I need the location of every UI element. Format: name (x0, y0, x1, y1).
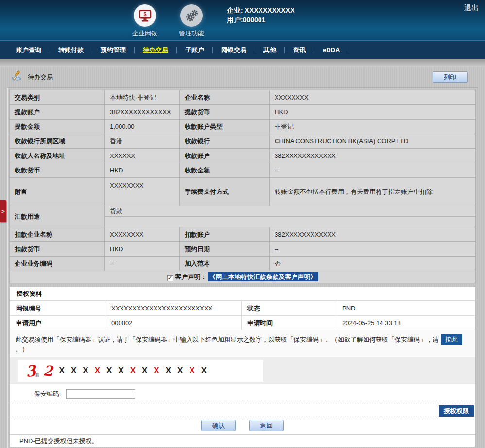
field-value: XXXXXXXXXXXXXXXXXXXXXXXX (105, 301, 242, 316)
field-value: CHINA CONSTRUCTION BK(ASIA) CORP LTD (270, 134, 476, 149)
print-button[interactable]: 列印 (433, 71, 468, 83)
field-value: 000002 (105, 316, 242, 330)
field-value: 否 (270, 257, 476, 271)
nav-item-4[interactable]: 待办交易 (135, 47, 177, 53)
declaration-checkbox[interactable]: ✓ (167, 275, 173, 281)
nav-item-5[interactable]: 子账户 (177, 47, 213, 53)
remittance-purpose-line2 (105, 217, 475, 227)
code-char-x: X (201, 366, 207, 376)
chevron-right-icon: > (1, 208, 4, 214)
click-here-button[interactable]: 按此 (441, 334, 462, 345)
field-value: HKD (270, 105, 476, 120)
code-char-x: X (118, 366, 123, 376)
field-value: 1,000.00 (105, 120, 180, 134)
remittance-purpose-line1: 货款 (105, 206, 475, 217)
rights-row: 授权权限 (10, 404, 475, 416)
security-code-strip: 382XXXXXXXXXXXXX (10, 357, 475, 384)
declaration-label: 客户声明： (175, 273, 207, 280)
app-corporate-ebanking[interactable]: $ 企业网银 (132, 4, 157, 38)
field-value: 香港 (105, 134, 180, 149)
field-label: 加入范本 (180, 257, 270, 271)
gears-icon (180, 4, 203, 27)
authorization-rights-button[interactable]: 授权权限 (439, 405, 474, 417)
app-label: 管理功能 (179, 29, 204, 38)
authorization-table: 网银编号XXXXXXXXXXXXXXXXXXXXXXXX状态PND申请用户000… (10, 301, 475, 330)
field-label: 手续费支付方式 (180, 178, 270, 206)
nav-item-7[interactable]: 其他 (255, 47, 285, 53)
field-label: 交易类别 (10, 90, 105, 105)
code-char-x: X (130, 366, 136, 376)
code-char-x: X (154, 366, 159, 376)
field-value: 本地特快-非登记 (105, 90, 180, 105)
field-label: 企业名称 (180, 90, 270, 105)
field-value: 382XXXXXXXXXXXX (270, 149, 476, 163)
declaration-row: ✓客户声明：《网上本地特快汇款条款及客户声明》 (10, 271, 476, 283)
nav-item-3[interactable]: 预约管理 (92, 47, 135, 53)
security-code-input[interactable] (66, 389, 135, 399)
field-value: XXXXXX (105, 149, 180, 163)
field-value: 货款 (105, 206, 476, 227)
nav-item-1[interactable]: 账户查询 (8, 47, 50, 53)
security-code-display: 382XXXXXXXXXXXXX (18, 360, 263, 382)
nav-item-9[interactable]: eDDA (314, 47, 348, 53)
field-label: 汇款用途 (10, 206, 105, 227)
code-char-x: X (95, 366, 100, 376)
field-label: 收款银行 (180, 134, 270, 149)
field-value: XXXXXXXX (270, 90, 476, 105)
field-label: 收款金额 (180, 163, 270, 178)
field-value: 382XXXXXXXXXXXX (270, 227, 476, 242)
collapse-panel-tab[interactable]: > (0, 200, 6, 222)
field-label: 状态 (242, 301, 336, 316)
code-char-x: X (189, 366, 194, 376)
authorization-section: 授权资料 网银编号XXXXXXXXXXXXXXXXXXXXXXXX状态PND申请… (9, 287, 476, 447)
field-value: PND (336, 301, 475, 316)
code-digit: 2 (43, 362, 53, 379)
status-note: PND-已提交授权但未授权。 (10, 434, 475, 447)
field-label: 提款账户 (10, 105, 105, 120)
field-label: 收款人名称及地址 (10, 149, 105, 163)
code-char-x: X (59, 366, 65, 376)
code-char-x: X (106, 366, 112, 376)
logout-link[interactable]: 退出 (464, 3, 479, 13)
pencil-note-icon (10, 70, 23, 85)
back-button[interactable]: 返回 (249, 420, 284, 431)
code-char-x: X (177, 366, 183, 376)
code-digit: 3 (25, 362, 37, 379)
field-label: 预约日期 (180, 242, 270, 257)
field-value: -- (105, 257, 180, 271)
declaration-terms-link[interactable]: 《网上本地特快汇款条款及客户声明》 (208, 272, 318, 281)
field-label: 收款货币 (10, 163, 105, 178)
nav-item-6[interactable]: 网银交易 (213, 47, 255, 53)
nav-item-2[interactable]: 转账付款 (50, 47, 92, 53)
field-label: 申请用户 (10, 316, 105, 330)
confirm-button[interactable]: 确认 (201, 420, 236, 431)
action-row: 确认 返回 (10, 416, 475, 434)
field-value: HKD (105, 242, 180, 257)
security-instruction: 此交易须使用「保安编码器」认证，请于「保安编码器」中输入以下红色加粗显示之数字，… (10, 330, 475, 357)
field-value: HKD (105, 163, 180, 178)
field-value: 转账金额不包括本行费用，有关费用将于指定账户中扣除 (270, 178, 476, 206)
transaction-details-table: 交易类别本地特快-非登记企业名称XXXXXXXX提款账户382XXXXXXXXX… (9, 90, 476, 283)
code-char-x: X (166, 366, 171, 376)
field-value: -- (270, 242, 476, 257)
field-label: 收款账户 (180, 149, 270, 163)
title-row: 待办交易 列印 (7, 67, 478, 87)
field-label: 提款货币 (180, 105, 270, 120)
main-nav: 账户查询转账付款预约管理待办交易子账户网银交易其他资讯eDDA (0, 41, 485, 59)
page-body: 待办交易 列印 交易类别本地特快-非登记企业名称XXXXXXXX提款账户382X… (0, 67, 485, 448)
field-value: XXXXXXXX (105, 178, 180, 206)
code-char-x: X (71, 366, 76, 376)
security-code-label: 保安编码: (34, 390, 61, 398)
app-management-functions[interactable]: 管理功能 (179, 4, 204, 38)
field-value: 2024-05-25 14:33:18 (336, 316, 475, 330)
field-label: 附言 (10, 178, 105, 206)
field-value: XXXXXXXX (105, 227, 180, 242)
field-label: 收款银行所属区域 (10, 134, 105, 149)
authorization-title: 授权资料 (10, 287, 475, 301)
field-value: 非登记 (270, 120, 476, 134)
field-label: 扣款企业名称 (10, 227, 105, 242)
nav-item-8[interactable]: 资讯 (285, 47, 314, 53)
security-code-row: 保安编码: (10, 384, 475, 404)
user-id: 用户:000001 (227, 15, 294, 25)
app-label: 企业网银 (132, 29, 157, 38)
